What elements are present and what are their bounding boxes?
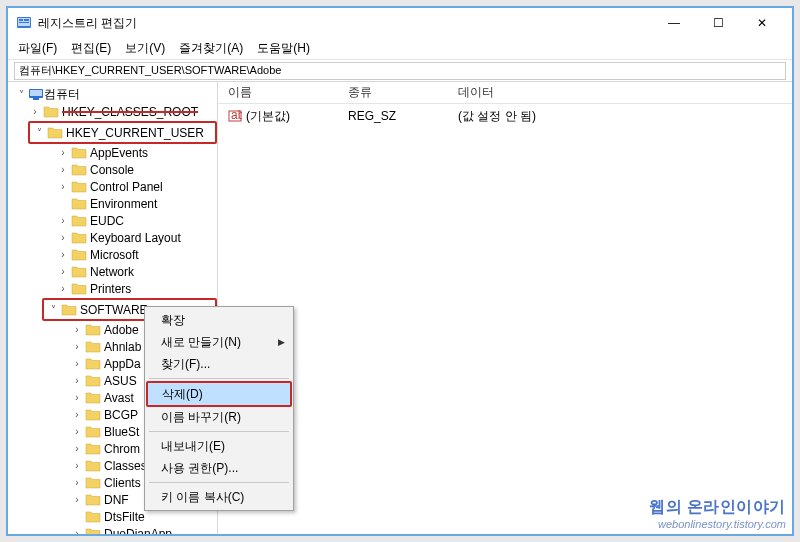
value-list[interactable]: 이름 종류 데이터 ab(기본값) REG_SZ (값 설정 안 됨) bbox=[218, 82, 792, 534]
folder-icon bbox=[85, 527, 101, 534]
svg-rect-4 bbox=[19, 22, 29, 23]
folder-icon bbox=[71, 248, 87, 261]
folder-icon bbox=[85, 425, 101, 438]
ctx-copykey[interactable]: 키 이름 복사(C) bbox=[147, 486, 291, 508]
ctx-expand[interactable]: 확장 bbox=[147, 309, 291, 331]
menu-favorites[interactable]: 즐겨찾기(A) bbox=[173, 38, 249, 59]
maximize-button[interactable]: ☐ bbox=[696, 8, 740, 38]
regedit-icon bbox=[16, 15, 32, 31]
folder-icon bbox=[85, 442, 101, 455]
folder-icon bbox=[61, 303, 77, 316]
address-bar bbox=[8, 60, 792, 82]
folder-icon bbox=[85, 459, 101, 472]
folder-icon bbox=[85, 476, 101, 489]
svg-rect-2 bbox=[19, 19, 23, 21]
list-row[interactable]: ab(기본값) REG_SZ (값 설정 안 됨) bbox=[218, 104, 792, 124]
address-input[interactable] bbox=[14, 62, 786, 80]
tree-hkcu[interactable]: ˅HKEY_CURRENT_USER bbox=[32, 124, 204, 141]
folder-icon bbox=[47, 126, 63, 139]
folder-icon bbox=[71, 197, 87, 210]
tree-item[interactable]: ›AppEvents bbox=[14, 144, 217, 161]
ctx-find[interactable]: 찾기(F)... bbox=[147, 353, 291, 375]
computer-icon bbox=[28, 88, 44, 101]
tree-item[interactable]: ›Printers bbox=[14, 280, 217, 297]
folder-icon bbox=[85, 323, 101, 336]
folder-icon bbox=[85, 510, 101, 523]
tree-item[interactable]: ›Control Panel bbox=[14, 178, 217, 195]
folder-icon bbox=[85, 340, 101, 353]
folder-icon bbox=[71, 180, 87, 193]
menu-help[interactable]: 도움말(H) bbox=[251, 38, 316, 59]
svg-rect-7 bbox=[33, 98, 39, 100]
minimize-button[interactable]: — bbox=[652, 8, 696, 38]
string-value-icon: ab bbox=[228, 109, 242, 123]
col-type[interactable]: 종류 bbox=[338, 84, 448, 101]
watermark-title: 웹의 온라인이야기 bbox=[649, 497, 786, 518]
svg-rect-6 bbox=[30, 90, 42, 96]
context-menu: 확장 새로 만들기(N) 찾기(F)... 삭제(D) 이름 바꾸기(R) 내보… bbox=[144, 306, 294, 511]
highlight-delete: 삭제(D) bbox=[146, 381, 292, 407]
ctx-delete[interactable]: 삭제(D) bbox=[148, 383, 290, 405]
highlight-hkcu: ˅HKEY_CURRENT_USER bbox=[28, 121, 217, 144]
folder-icon bbox=[43, 105, 59, 118]
tree-item[interactable]: ›DuoDianApp bbox=[14, 525, 217, 534]
tree-item[interactable]: ›Microsoft bbox=[14, 246, 217, 263]
folder-icon bbox=[85, 357, 101, 370]
folder-icon bbox=[71, 146, 87, 159]
tree-item[interactable]: ›Network bbox=[14, 263, 217, 280]
folder-icon bbox=[85, 374, 101, 387]
ctx-export[interactable]: 내보내기(E) bbox=[147, 435, 291, 457]
tree-item[interactable]: Environment bbox=[14, 195, 217, 212]
svg-text:ab: ab bbox=[231, 109, 242, 122]
menu-view[interactable]: 보기(V) bbox=[119, 38, 171, 59]
watermark: 웹의 온라인이야기 webonlinestory.tistory.com bbox=[649, 497, 786, 530]
ctx-separator bbox=[149, 378, 289, 379]
ctx-separator bbox=[149, 482, 289, 483]
tree-root[interactable]: ˅ 컴퓨터 bbox=[14, 86, 217, 103]
tree-item[interactable]: ›Console bbox=[14, 161, 217, 178]
folder-icon bbox=[85, 408, 101, 421]
folder-icon bbox=[85, 493, 101, 506]
ctx-separator bbox=[149, 431, 289, 432]
tree-software[interactable]: ˅SOFTWARE bbox=[46, 301, 148, 318]
folder-icon bbox=[85, 391, 101, 404]
menu-edit[interactable]: 편집(E) bbox=[65, 38, 117, 59]
menu-bar: 파일(F) 편집(E) 보기(V) 즐겨찾기(A) 도움말(H) bbox=[8, 38, 792, 60]
ctx-new[interactable]: 새로 만들기(N) bbox=[147, 331, 291, 353]
col-name[interactable]: 이름 bbox=[218, 84, 338, 101]
folder-icon bbox=[71, 282, 87, 295]
tree-item[interactable]: ›EUDC bbox=[14, 212, 217, 229]
title-bar: 레지스트리 편집기 — ☐ ✕ bbox=[8, 8, 792, 38]
folder-icon bbox=[71, 214, 87, 227]
list-header: 이름 종류 데이터 bbox=[218, 82, 792, 104]
folder-icon bbox=[71, 231, 87, 244]
ctx-rename[interactable]: 이름 바꾸기(R) bbox=[147, 406, 291, 428]
watermark-url: webonlinestory.tistory.com bbox=[649, 518, 786, 530]
tree-hkcr[interactable]: ›HKEY_CLASSES_ROOT bbox=[14, 103, 217, 120]
close-button[interactable]: ✕ bbox=[740, 8, 784, 38]
window-title: 레지스트리 편집기 bbox=[38, 15, 652, 32]
folder-icon bbox=[71, 265, 87, 278]
folder-icon bbox=[71, 163, 87, 176]
col-data[interactable]: 데이터 bbox=[448, 84, 504, 101]
ctx-permissions[interactable]: 사용 권한(P)... bbox=[147, 457, 291, 479]
menu-file[interactable]: 파일(F) bbox=[12, 38, 63, 59]
tree-item[interactable]: ›Keyboard Layout bbox=[14, 229, 217, 246]
svg-rect-3 bbox=[24, 19, 29, 21]
